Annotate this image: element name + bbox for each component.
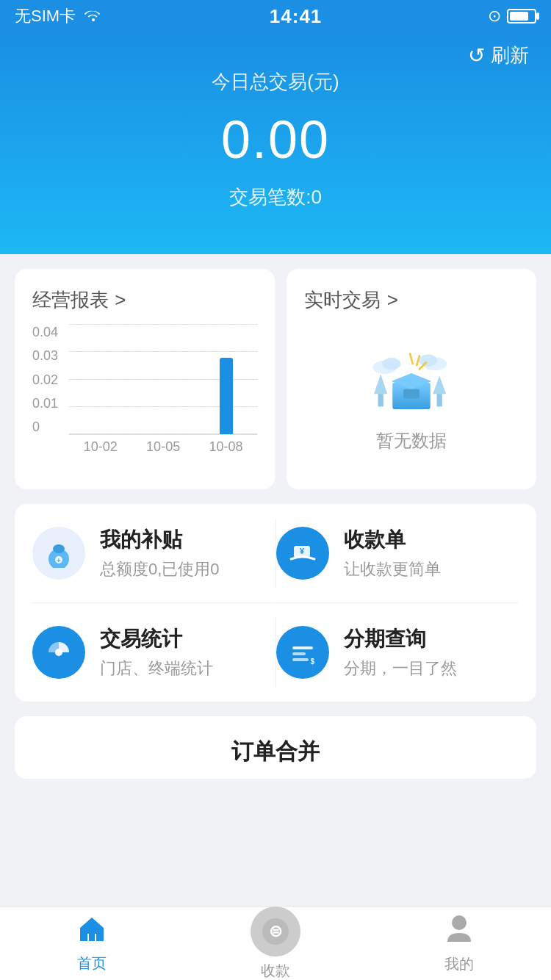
payment-icon: ⊜ bbox=[251, 907, 300, 956]
lock-icon: ⊙ bbox=[488, 7, 501, 26]
refresh-icon: ↺ bbox=[468, 43, 485, 68]
today-label: 今日总交易(元) bbox=[29, 69, 522, 95]
tab-home-label: 首页 bbox=[77, 954, 107, 973]
svg-text:¥: ¥ bbox=[299, 547, 304, 555]
status-right: ⊙ bbox=[488, 7, 536, 26]
svg-rect-6 bbox=[437, 392, 442, 406]
tab-bar: 首页 ⊜ 收款 我的 bbox=[0, 907, 551, 980]
feature-installment[interactable]: $ 分期查询 分期，一目了然 bbox=[276, 603, 519, 702]
main-content: 经营报表 > 0 0.01 0.02 0.03 0.04 bbox=[0, 254, 551, 882]
feature-stats-text: 交易统计 门店、终端统计 bbox=[100, 625, 213, 680]
realtime-card[interactable]: 实时交易 > bbox=[287, 269, 536, 489]
empty-box-icon bbox=[367, 344, 455, 417]
chart-bar-3 bbox=[220, 358, 233, 434]
feature-receipt-text: 收款单 让收款更简单 bbox=[344, 526, 441, 580]
feature-stats[interactable]: 交易统计 门店、终端统计 bbox=[32, 603, 276, 702]
tab-mine-label: 我的 bbox=[444, 954, 474, 974]
svg-text:⊜: ⊜ bbox=[269, 922, 282, 940]
svg-text:+: + bbox=[57, 557, 60, 564]
chart-bars bbox=[69, 325, 257, 434]
svg-rect-4 bbox=[378, 392, 383, 406]
status-left: 无SIM卡 bbox=[15, 5, 104, 27]
tab-home[interactable]: 首页 bbox=[0, 915, 184, 973]
feature-subsidy[interactable]: + 我的补贴 总额度0,已使用0 bbox=[32, 504, 276, 603]
svg-rect-24 bbox=[292, 646, 313, 649]
svg-marker-7 bbox=[433, 376, 446, 394]
svg-rect-11 bbox=[403, 389, 419, 399]
svg-rect-25 bbox=[292, 652, 306, 655]
svg-rect-26 bbox=[292, 658, 309, 661]
feature-installment-text: 分期查询 分期，一目了然 bbox=[344, 625, 457, 680]
battery-icon bbox=[507, 9, 536, 24]
receipt-icon: ¥ bbox=[276, 527, 329, 580]
no-data-text: 暂无数据 bbox=[376, 429, 447, 453]
sim-status: 无SIM卡 bbox=[15, 5, 76, 27]
tab-payment[interactable]: ⊜ 收款 bbox=[184, 907, 367, 980]
svg-line-13 bbox=[417, 356, 419, 365]
no-data-container: 暂无数据 bbox=[304, 325, 519, 472]
svg-text:$: $ bbox=[310, 657, 314, 666]
refresh-label: 刷新 bbox=[491, 43, 529, 68]
feature-subsidy-text: 我的补贴 总额度0,已使用0 bbox=[100, 526, 220, 580]
tab-mine[interactable]: 我的 bbox=[367, 914, 551, 974]
svg-rect-28 bbox=[89, 934, 95, 941]
top-card-row: 经营报表 > 0 0.01 0.02 0.03 0.04 bbox=[15, 269, 536, 489]
today-amount: 0.00 bbox=[29, 109, 522, 170]
order-summary-title: 订单合并 bbox=[32, 737, 519, 767]
installment-icon: $ bbox=[276, 626, 329, 679]
chart-area bbox=[69, 325, 257, 435]
svg-point-1 bbox=[382, 358, 400, 370]
features-row-1: + 我的补贴 总额度0,已使用0 ¥ bbox=[32, 504, 519, 603]
svg-marker-5 bbox=[374, 374, 387, 394]
home-icon bbox=[77, 915, 107, 949]
user-icon bbox=[446, 914, 472, 950]
features-card: + 我的补贴 总额度0,已使用0 ¥ bbox=[15, 504, 536, 702]
chart-x-labels: 10-02 10-05 10-08 bbox=[69, 436, 257, 457]
chart-y-labels: 0 0.01 0.02 0.03 0.04 bbox=[32, 325, 58, 435]
order-summary-card[interactable]: 订单合并 bbox=[15, 716, 536, 779]
transaction-count: 交易笔数:0 bbox=[29, 184, 522, 210]
stats-icon bbox=[32, 626, 85, 679]
feature-receipt[interactable]: ¥ 收款单 让收款更简单 bbox=[276, 504, 519, 603]
tab-payment-label: 收款 bbox=[261, 961, 290, 980]
svg-point-16 bbox=[53, 544, 65, 553]
hero-section: ↺ 刷新 今日总交易(元) 0.00 交易笔数:0 bbox=[0, 32, 551, 254]
features-row-2: 交易统计 门店、终端统计 $ 分期查询 bbox=[32, 603, 519, 702]
status-bar: 无SIM卡 14:41 ⊙ bbox=[0, 0, 551, 32]
svg-point-31 bbox=[452, 915, 467, 930]
biz-report-title: 经营报表 > bbox=[32, 287, 257, 313]
biz-chart: 0 0.01 0.02 0.03 0.04 bbox=[32, 325, 257, 457]
svg-point-22 bbox=[55, 649, 62, 656]
refresh-button[interactable]: ↺ 刷新 bbox=[468, 43, 529, 68]
svg-point-3 bbox=[419, 355, 437, 367]
status-time: 14:41 bbox=[270, 5, 323, 28]
wifi-icon bbox=[83, 7, 104, 26]
biz-report-card[interactable]: 经营报表 > 0 0.01 0.02 0.03 0.04 bbox=[15, 269, 275, 489]
svg-line-12 bbox=[410, 354, 413, 364]
realtime-title: 实时交易 > bbox=[304, 287, 519, 313]
bag-icon: + bbox=[32, 527, 85, 580]
